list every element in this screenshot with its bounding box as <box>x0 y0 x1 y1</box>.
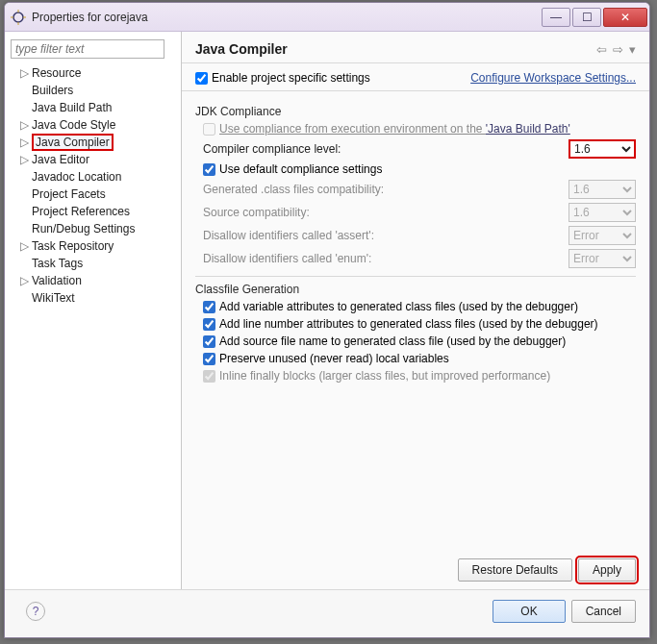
back-icon[interactable]: ⇦ <box>596 42 607 57</box>
use-default-compliance-checkbox[interactable] <box>203 163 215 176</box>
gen-class-label: Generated .class files compatibility: <box>203 183 569 196</box>
inline-row: Inline finally blocks (larger class file… <box>203 369 636 383</box>
sidebar-item-project-references[interactable]: Project References <box>11 203 175 220</box>
sidebar-item-label: Resource <box>32 66 81 80</box>
sidebar-item-label: Java Code Style <box>32 118 115 132</box>
assert-select: Error <box>569 226 636 245</box>
page-title: Java Compiler <box>195 41 596 57</box>
ok-button[interactable]: OK <box>493 600 565 623</box>
sidebar-item-project-facets[interactable]: Project Facets <box>11 186 175 203</box>
tree-twisty-icon[interactable]: ▷ <box>20 239 30 253</box>
use-default-compliance[interactable]: Use default compliance settings <box>203 162 636 176</box>
sidebar-item-task-tags[interactable]: Task Tags <box>11 255 175 272</box>
cancel-button[interactable]: Cancel <box>571 600 636 623</box>
window-title: Properties for corejava <box>32 11 540 24</box>
sidebar-item-label: Run/Debug Settings <box>32 222 135 235</box>
tree-twisty-icon[interactable]: ▷ <box>20 118 30 132</box>
line-num-checkbox[interactable] <box>203 318 215 331</box>
sidebar-item-java-compiler[interactable]: ▷Java Compiler <box>11 134 175 151</box>
inline-checkbox <box>203 370 215 383</box>
enable-project-specific-checkbox[interactable] <box>195 72 208 85</box>
sidebar-item-run-debug-settings[interactable]: Run/Debug Settings <box>11 220 175 237</box>
preserve-checkbox[interactable] <box>203 353 215 365</box>
var-attr-row[interactable]: Add variable attributes to generated cla… <box>203 300 636 313</box>
sidebar-item-label: WikiText <box>32 291 75 305</box>
sidebar: ▷ResourceBuildersJava Build Path▷Java Co… <box>5 32 182 589</box>
src-name-row[interactable]: Add source file name to generated class … <box>203 334 636 348</box>
var-attr-checkbox[interactable] <box>203 301 215 313</box>
src-compat-label: Source compatibility: <box>203 206 569 219</box>
sidebar-item-java-code-style[interactable]: ▷Java Code Style <box>11 116 175 134</box>
restore-defaults-button[interactable]: Restore Defaults <box>458 558 572 582</box>
sidebar-item-label: Project Facets <box>32 187 106 201</box>
main-panel: Java Compiler ⇦ ⇨ ▾ Enable project speci… <box>182 32 649 589</box>
enum-label: Disallow identifiers called 'enum': <box>203 252 569 265</box>
tree-twisty-icon[interactable]: ▷ <box>20 66 30 80</box>
use-exec-env-row: Use compliance from execution environmen… <box>203 122 636 136</box>
sidebar-item-resource[interactable]: ▷Resource <box>11 64 175 82</box>
sidebar-item-label: Javadoc Location <box>32 170 121 184</box>
src-compat-select: 1.6 <box>569 203 636 222</box>
enum-select: Error <box>569 249 636 268</box>
maximize-button[interactable]: ☐ <box>572 8 601 27</box>
filter-input[interactable] <box>11 39 164 59</box>
use-exec-env-checkbox <box>203 123 215 136</box>
tree-twisty-icon[interactable]: ▷ <box>20 153 30 166</box>
sidebar-item-label: Task Tags <box>32 257 83 270</box>
src-name-checkbox[interactable] <box>203 335 215 348</box>
sidebar-item-builders[interactable]: Builders <box>11 82 175 99</box>
enable-project-specific[interactable]: Enable project specific settings <box>195 71 470 85</box>
sidebar-item-label: Builders <box>32 84 73 97</box>
minimize-button[interactable]: — <box>542 8 570 27</box>
properties-dialog: Properties for corejava — ☐ ✕ ▷ResourceB… <box>4 2 650 638</box>
svg-point-0 <box>13 12 23 22</box>
tree-twisty-icon[interactable]: ▷ <box>20 136 30 149</box>
tree: ▷ResourceBuildersJava Build Path▷Java Co… <box>11 64 175 307</box>
tree-twisty-icon[interactable]: ▷ <box>20 274 30 287</box>
line-num-row[interactable]: Add line number attributes to generated … <box>203 317 636 331</box>
assert-label: Disallow identifiers called 'assert': <box>203 229 569 242</box>
sidebar-item-javadoc-location[interactable]: Javadoc Location <box>11 168 175 186</box>
preserve-row[interactable]: Preserve unused (never read) local varia… <box>203 352 636 365</box>
classfile-title: Classfile Generation <box>195 283 636 296</box>
configure-workspace-link[interactable]: Configure Workspace Settings... <box>470 71 636 85</box>
close-button[interactable]: ✕ <box>603 8 647 27</box>
sidebar-item-label: Java Editor <box>32 153 89 166</box>
dropdown-icon[interactable]: ▾ <box>629 42 636 57</box>
gen-class-select: 1.6 <box>569 180 636 199</box>
sidebar-item-java-editor[interactable]: ▷Java Editor <box>11 151 175 168</box>
sidebar-item-label: Task Repository <box>32 239 114 253</box>
sidebar-item-label: Java Compiler <box>32 134 114 151</box>
compliance-level-select[interactable]: 1.6 <box>569 139 636 159</box>
sidebar-item-java-build-path[interactable]: Java Build Path <box>11 99 175 116</box>
help-icon[interactable]: ? <box>26 602 45 621</box>
eclipse-icon <box>11 10 26 25</box>
titlebar[interactable]: Properties for corejava — ☐ ✕ <box>5 3 649 32</box>
apply-button[interactable]: Apply <box>578 558 636 582</box>
sidebar-item-validation[interactable]: ▷Validation <box>11 272 175 289</box>
jdk-compliance-title: JDK Compliance <box>195 105 636 118</box>
compliance-level-label: Compiler compliance level: <box>203 142 569 156</box>
forward-icon[interactable]: ⇨ <box>613 42 623 57</box>
sidebar-item-task-repository[interactable]: ▷Task Repository <box>11 237 175 255</box>
sidebar-item-label: Java Build Path <box>32 101 112 114</box>
sidebar-item-label: Validation <box>32 274 82 287</box>
sidebar-item-wikitext[interactable]: WikiText <box>11 289 175 307</box>
sidebar-item-label: Project References <box>32 205 130 218</box>
